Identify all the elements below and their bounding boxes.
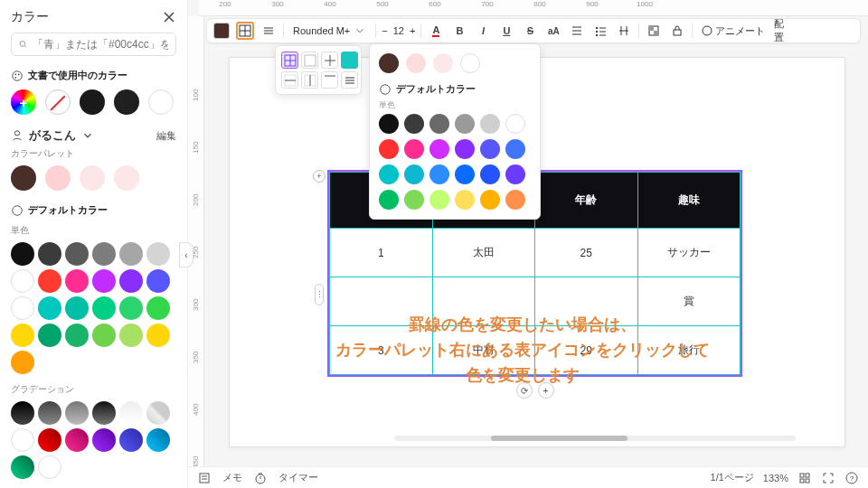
color-swatch[interactable] [119, 269, 143, 293]
color-swatch[interactable] [92, 242, 116, 266]
add-color-button[interactable]: + [11, 89, 36, 115]
position-button[interactable]: 配置 [774, 22, 792, 40]
color-swatch[interactable] [11, 296, 34, 320]
color-swatch[interactable] [455, 190, 475, 210]
color-swatch[interactable] [404, 164, 424, 184]
fullscreen-icon[interactable] [821, 471, 835, 485]
color-swatch[interactable] [38, 455, 61, 479]
color-swatch[interactable] [505, 114, 525, 134]
color-swatch[interactable] [11, 324, 34, 347]
color-swatch[interactable] [505, 139, 525, 159]
strike-button[interactable]: S [521, 22, 539, 40]
color-swatch[interactable] [38, 296, 61, 320]
color-swatch[interactable] [80, 165, 105, 191]
list-button[interactable] [591, 22, 609, 40]
align-button[interactable] [568, 22, 586, 40]
color-swatch[interactable] [146, 401, 170, 425]
close-icon[interactable] [162, 10, 176, 24]
horizontal-scrollbar[interactable] [394, 436, 796, 443]
border-v[interactable] [301, 71, 318, 89]
no-color-swatch[interactable] [45, 89, 71, 115]
color-swatch[interactable] [11, 401, 34, 425]
page-indicator[interactable]: 1/1ページ [711, 471, 754, 484]
color-swatch[interactable] [65, 324, 89, 347]
row-drag-handle[interactable]: ⋮ [315, 284, 324, 305]
color-swatch[interactable] [455, 139, 475, 159]
color-swatch[interactable] [92, 428, 116, 452]
color-swatch[interactable] [65, 296, 89, 320]
color-swatch[interactable] [119, 242, 143, 266]
add-row-button[interactable]: + [313, 170, 326, 183]
memo-icon[interactable] [197, 471, 212, 485]
color-swatch[interactable] [146, 428, 170, 452]
color-swatch[interactable] [429, 139, 449, 159]
color-swatch[interactable] [379, 190, 399, 210]
color-swatch[interactable] [92, 296, 116, 320]
color-swatch[interactable] [38, 401, 61, 425]
color-swatch[interactable] [379, 114, 399, 134]
color-swatch[interactable] [429, 190, 449, 210]
color-swatch[interactable] [65, 401, 89, 425]
border-color[interactable] [341, 52, 358, 69]
color-swatch[interactable] [146, 269, 170, 293]
color-search[interactable] [11, 33, 176, 56]
color-swatch[interactable] [404, 114, 424, 134]
memo-label[interactable]: メモ [222, 471, 242, 484]
border-style-lines[interactable] [341, 71, 358, 89]
border-width-button[interactable] [259, 22, 278, 40]
color-swatch[interactable] [505, 190, 525, 210]
color-swatch[interactable] [429, 164, 449, 184]
transparency-button[interactable] [645, 22, 663, 40]
zoom-level[interactable]: 133% [763, 473, 788, 483]
color-swatch[interactable] [11, 269, 34, 293]
color-swatch[interactable] [379, 139, 399, 159]
font-select[interactable]: Rounded M+ [289, 24, 370, 37]
table-header[interactable]: 年齢 [535, 173, 638, 229]
border-top[interactable] [321, 71, 338, 89]
color-swatch[interactable] [148, 89, 174, 115]
color-swatch[interactable] [379, 53, 399, 73]
color-swatch[interactable] [92, 324, 116, 347]
color-swatch[interactable] [65, 269, 89, 293]
color-swatch[interactable] [114, 89, 139, 115]
help-icon[interactable]: ? [844, 471, 859, 485]
color-swatch[interactable] [80, 89, 105, 115]
color-swatch[interactable] [480, 190, 500, 210]
underline-button[interactable]: U [497, 22, 515, 40]
color-swatch[interactable] [406, 53, 426, 73]
color-swatch[interactable] [429, 114, 449, 134]
color-swatch[interactable] [455, 164, 475, 184]
color-swatch[interactable] [379, 164, 399, 184]
color-swatch[interactable] [119, 401, 143, 425]
border-inner[interactable] [301, 52, 318, 69]
size-minus[interactable]: − [382, 25, 387, 36]
border-outer[interactable] [321, 52, 338, 69]
timer-icon[interactable] [253, 471, 268, 485]
color-swatch[interactable] [38, 269, 61, 293]
border-h[interactable] [281, 71, 298, 89]
color-swatch[interactable] [11, 428, 34, 452]
color-swatch[interactable] [114, 165, 139, 191]
color-swatch[interactable] [404, 139, 424, 159]
color-swatch[interactable] [146, 242, 170, 266]
timer-label[interactable]: タイマー [278, 471, 318, 484]
color-swatch[interactable] [455, 114, 475, 134]
border-all[interactable] [281, 52, 298, 69]
size-plus[interactable]: + [410, 25, 415, 36]
grid-view-icon[interactable] [797, 471, 812, 485]
color-swatch[interactable] [92, 401, 116, 425]
color-swatch[interactable] [38, 324, 61, 347]
lock-button[interactable] [668, 22, 686, 40]
spacing-button[interactable] [615, 22, 633, 40]
color-swatch[interactable] [460, 53, 480, 73]
search-input[interactable] [33, 38, 168, 51]
collapse-sidebar-button[interactable]: ‹ [179, 242, 193, 267]
color-swatch[interactable] [119, 296, 143, 320]
text-color-button[interactable]: A [427, 22, 445, 40]
color-swatch[interactable] [11, 455, 34, 479]
table-header[interactable]: 趣味 [637, 173, 741, 229]
color-swatch[interactable] [480, 164, 500, 184]
color-swatch[interactable] [38, 242, 61, 266]
edit-link[interactable]: 編集 [156, 129, 176, 143]
color-swatch[interactable] [404, 190, 424, 210]
